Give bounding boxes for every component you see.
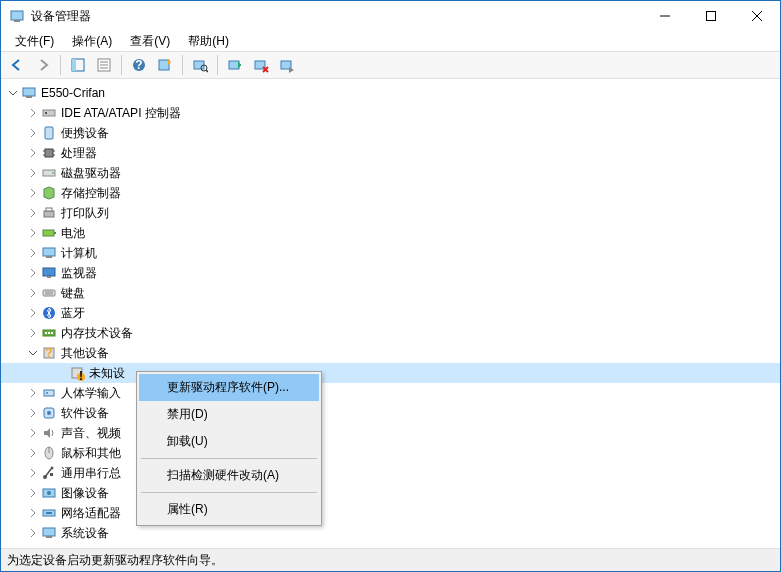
ctx-update-driver[interactable]: 更新驱动程序软件(P)... <box>139 374 319 401</box>
tree-node[interactable]: 便携设备 <box>1 123 780 143</box>
device-icon <box>41 125 57 141</box>
device-icon <box>41 525 57 541</box>
status-text: 为选定设备启动更新驱动程序软件向导。 <box>7 552 223 569</box>
maximize-button[interactable] <box>688 1 734 31</box>
tree-node[interactable]: 网络适配器 <box>1 503 780 523</box>
tree-node[interactable]: 磁盘驱动器 <box>1 163 780 183</box>
tree-node[interactable]: !未知设 <box>1 363 780 383</box>
chevron-right-icon[interactable] <box>25 505 41 521</box>
device-icon <box>41 165 57 181</box>
tree-node-label: 系统设备 <box>61 525 109 542</box>
back-button[interactable] <box>5 53 29 77</box>
tree-node[interactable]: 软件设备 <box>1 403 780 423</box>
properties-button[interactable] <box>92 53 116 77</box>
tree-node-label: 打印队列 <box>61 205 109 222</box>
tree-node[interactable]: 蓝牙 <box>1 303 780 323</box>
svg-rect-70 <box>43 528 55 536</box>
toolbar: ? <box>1 51 780 79</box>
chevron-right-icon[interactable] <box>25 225 41 241</box>
svg-rect-56 <box>44 390 54 396</box>
svg-rect-37 <box>43 230 54 236</box>
tree-node-label: IDE ATA/ATAPI 控制器 <box>61 105 181 122</box>
tree-node[interactable]: 人体学输入 <box>1 383 780 403</box>
minimize-button[interactable] <box>642 1 688 31</box>
chevron-right-icon[interactable] <box>25 245 41 261</box>
svg-rect-25 <box>43 110 55 116</box>
tree-node[interactable]: 系统设备 <box>1 523 780 543</box>
menu-file[interactable]: 文件(F) <box>7 31 62 52</box>
tree-node-label: 声音、视频 <box>61 425 121 442</box>
tree-node[interactable]: 监视器 <box>1 263 780 283</box>
device-icon <box>41 205 57 221</box>
help-button[interactable]: ? <box>127 53 151 77</box>
svg-rect-7 <box>72 59 76 71</box>
chevron-right-icon[interactable] <box>25 105 41 121</box>
chevron-right-icon[interactable] <box>25 185 41 201</box>
tree-node[interactable]: 打印队列 <box>1 203 780 223</box>
device-icon <box>41 325 57 341</box>
chevron-right-icon[interactable] <box>53 365 69 381</box>
tree-node-label: 网络适配器 <box>61 505 121 522</box>
ctx-uninstall[interactable]: 卸载(U) <box>139 428 319 455</box>
tree-node[interactable]: 鼠标和其他 <box>1 443 780 463</box>
chevron-right-icon[interactable] <box>25 125 41 141</box>
chevron-right-icon[interactable] <box>25 265 41 281</box>
device-tree[interactable]: E550-Crifan IDE ATA/ATAPI 控制器便携设备处理器磁盘驱动… <box>1 79 780 548</box>
close-button[interactable] <box>734 1 780 31</box>
tree-node-label: 蓝牙 <box>61 305 85 322</box>
chevron-right-icon[interactable] <box>25 405 41 421</box>
toolbar-separator <box>60 55 61 75</box>
ctx-properties[interactable]: 属性(R) <box>139 496 319 523</box>
chevron-right-icon[interactable] <box>25 205 41 221</box>
chevron-right-icon[interactable] <box>25 425 41 441</box>
forward-button[interactable] <box>31 53 55 77</box>
tree-node[interactable]: 键盘 <box>1 283 780 303</box>
chevron-right-icon[interactable] <box>25 465 41 481</box>
chevron-right-icon[interactable] <box>25 525 41 541</box>
chevron-right-icon[interactable] <box>25 485 41 501</box>
tree-node[interactable]: ?其他设备 <box>1 343 780 363</box>
tree-node-label: 人体学输入 <box>61 385 121 402</box>
tree-node-label: 处理器 <box>61 145 97 162</box>
tree-node[interactable]: 通用串行总 <box>1 463 780 483</box>
svg-rect-18 <box>229 61 239 69</box>
tree-node-label: 磁盘驱动器 <box>61 165 121 182</box>
show-hide-tree-button[interactable] <box>66 53 90 77</box>
scan-hardware-button[interactable] <box>188 53 212 77</box>
chevron-right-icon[interactable] <box>25 385 41 401</box>
ctx-scan-hardware[interactable]: 扫描检测硬件改动(A) <box>139 462 319 489</box>
tree-node-label: 计算机 <box>61 245 97 262</box>
tree-node[interactable]: 声音、视频 <box>1 423 780 443</box>
tree-root[interactable]: E550-Crifan <box>1 83 780 103</box>
tree-node[interactable]: 计算机 <box>1 243 780 263</box>
menu-help[interactable]: 帮助(H) <box>180 31 237 52</box>
tree-node[interactable]: IDE ATA/ATAPI 控制器 <box>1 103 780 123</box>
disable-button[interactable] <box>275 53 299 77</box>
chevron-right-icon[interactable] <box>25 145 41 161</box>
device-icon <box>41 145 57 161</box>
chevron-right-icon[interactable] <box>25 285 41 301</box>
tree-node[interactable]: 图像设备 <box>1 483 780 503</box>
ctx-disable[interactable]: 禁用(D) <box>139 401 319 428</box>
tree-node[interactable]: 存储控制器 <box>1 183 780 203</box>
tree-node[interactable]: 电池 <box>1 223 780 243</box>
chevron-right-icon[interactable] <box>25 325 41 341</box>
svg-line-17 <box>206 70 208 72</box>
tree-node[interactable]: 内存技术设备 <box>1 323 780 343</box>
tree-node-label: 通用串行总 <box>61 465 121 482</box>
tree-node[interactable]: 处理器 <box>1 143 780 163</box>
chevron-right-icon[interactable] <box>25 165 41 181</box>
chevron-down-icon[interactable] <box>25 345 41 361</box>
update-driver-button[interactable] <box>223 53 247 77</box>
chevron-right-icon[interactable] <box>25 445 41 461</box>
action-button[interactable] <box>153 53 177 77</box>
svg-rect-27 <box>45 127 53 139</box>
device-icon <box>41 425 57 441</box>
chevron-down-icon[interactable] <box>5 85 21 101</box>
computer-icon <box>21 85 37 101</box>
uninstall-button[interactable] <box>249 53 273 77</box>
menu-action[interactable]: 操作(A) <box>64 31 120 52</box>
chevron-right-icon[interactable] <box>25 305 41 321</box>
tree-node-label: 软件设备 <box>61 405 109 422</box>
menu-view[interactable]: 查看(V) <box>122 31 178 52</box>
